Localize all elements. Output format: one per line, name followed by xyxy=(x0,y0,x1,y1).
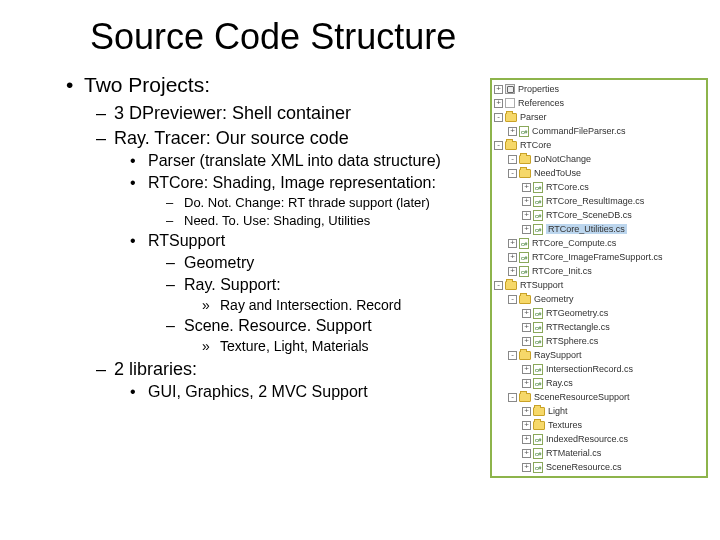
tree-node[interactable]: +Ray.cs xyxy=(494,376,704,390)
expand-icon[interactable]: + xyxy=(522,421,531,430)
cs-icon xyxy=(533,364,543,375)
outline-l1: •Two Projects: xyxy=(38,72,441,98)
tree-node[interactable]: +RTCamera.cs xyxy=(494,474,704,478)
collapse-icon[interactable]: - xyxy=(508,295,517,304)
expand-icon[interactable]: + xyxy=(522,379,531,388)
cs-icon xyxy=(519,476,529,479)
text: RTCore: Shading, Image representation: xyxy=(148,174,436,191)
outline-l4: –Need. To. Use: Shading, Utilities xyxy=(38,213,441,229)
folder-icon xyxy=(533,421,545,430)
tree-node-label: References xyxy=(518,98,564,108)
cs-icon xyxy=(533,322,543,333)
text: RTSupport xyxy=(148,232,225,249)
expand-icon[interactable]: + xyxy=(522,211,531,220)
expand-icon[interactable]: + xyxy=(522,435,531,444)
expand-icon[interactable]: + xyxy=(508,253,517,262)
expand-icon[interactable]: + xyxy=(494,85,503,94)
tree-node-label: RTCore_ImageFrameSupport.cs xyxy=(532,252,662,262)
expand-icon[interactable]: + xyxy=(508,267,517,276)
cs-icon xyxy=(533,462,543,473)
cs-icon xyxy=(533,196,543,207)
prop-icon xyxy=(505,84,515,94)
cs-icon xyxy=(533,182,543,193)
expand-icon[interactable]: + xyxy=(522,197,531,206)
outline-l3: •Parser (translate XML into data structu… xyxy=(38,151,441,171)
tree-node[interactable]: -Parser xyxy=(494,110,704,124)
tree-node[interactable]: -RTSupport xyxy=(494,278,704,292)
tree-node-label: RTCore_SceneDB.cs xyxy=(546,210,632,220)
cs-icon xyxy=(533,378,543,389)
tree-node[interactable]: +RTCore.cs xyxy=(494,180,704,194)
expand-icon[interactable]: + xyxy=(494,99,503,108)
folder-icon xyxy=(519,295,531,304)
text: GUI, Graphics, 2 MVC Support xyxy=(148,383,368,400)
tree-node-label: RTCore_Utilities.cs xyxy=(546,224,627,234)
collapse-icon[interactable]: - xyxy=(508,155,517,164)
text: Do. Not. Change: RT thrade support (late… xyxy=(184,195,430,210)
tree-node[interactable]: +RTCore_SceneDB.cs xyxy=(494,208,704,222)
tree-node[interactable]: +RTCore_ImageFrameSupport.cs xyxy=(494,250,704,264)
outline-l5: –Scene. Resource. Support xyxy=(38,316,441,336)
tree-node[interactable]: +IndexedResource.cs xyxy=(494,432,704,446)
collapse-icon[interactable]: - xyxy=(494,113,503,122)
folder-icon xyxy=(519,155,531,164)
expand-icon[interactable]: + xyxy=(522,463,531,472)
tree-node[interactable]: +Properties xyxy=(494,82,704,96)
expand-icon[interactable]: + xyxy=(522,323,531,332)
collapse-icon[interactable]: - xyxy=(494,141,503,150)
collapse-icon[interactable]: - xyxy=(494,281,503,290)
expand-icon[interactable]: + xyxy=(508,239,517,248)
text: 2 libraries: xyxy=(114,359,197,379)
outline-l5: –Geometry xyxy=(38,253,441,273)
tree-node-label: Light xyxy=(548,406,568,416)
tree-node-label: RTCore.cs xyxy=(546,182,589,192)
text: Scene. Resource. Support xyxy=(184,317,372,334)
tree-node[interactable]: +RTGeometry.cs xyxy=(494,306,704,320)
tree-node[interactable]: +RTCore_Compute.cs xyxy=(494,236,704,250)
tree-node[interactable]: +IntersectionRecord.cs xyxy=(494,362,704,376)
expand-icon[interactable]: + xyxy=(522,365,531,374)
folder-icon xyxy=(533,407,545,416)
tree-node[interactable]: -NeedToUse xyxy=(494,166,704,180)
cs-icon xyxy=(533,308,543,319)
folder-icon xyxy=(505,281,517,290)
expand-icon[interactable]: + xyxy=(508,477,517,479)
expand-icon[interactable]: + xyxy=(522,309,531,318)
collapse-icon[interactable]: - xyxy=(508,393,517,402)
expand-icon[interactable]: + xyxy=(522,337,531,346)
tree-node[interactable]: -RTCore xyxy=(494,138,704,152)
cs-icon xyxy=(533,336,543,347)
tree-node[interactable]: +RTMaterial.cs xyxy=(494,446,704,460)
cs-icon xyxy=(533,210,543,221)
tree-node[interactable]: +RTCore_Utilities.cs xyxy=(494,222,704,236)
folder-icon xyxy=(519,393,531,402)
expand-icon[interactable]: + xyxy=(522,225,531,234)
outline-l2: –Ray. Tracer: Our source code xyxy=(38,127,441,150)
tree-node[interactable]: +RTRectangle.cs xyxy=(494,320,704,334)
expand-icon[interactable]: + xyxy=(522,449,531,458)
tree-node[interactable]: +SceneResource.cs xyxy=(494,460,704,474)
tree-node[interactable]: +RTCore_Init.cs xyxy=(494,264,704,278)
slide-title: Source Code Structure xyxy=(0,0,720,68)
tree-node[interactable]: -RaySupport xyxy=(494,348,704,362)
tree-node[interactable]: +Light xyxy=(494,404,704,418)
tree-node-label: RTCore_Init.cs xyxy=(532,266,592,276)
tree-node[interactable]: +CommandFileParser.cs xyxy=(494,124,704,138)
tree-node-label: RTRectangle.cs xyxy=(546,322,610,332)
outline-l3: •RTSupport xyxy=(38,231,441,251)
tree-node[interactable]: -SceneResourceSupport xyxy=(494,390,704,404)
expand-icon[interactable]: + xyxy=(522,407,531,416)
tree-node[interactable]: +Textures xyxy=(494,418,704,432)
collapse-icon[interactable]: - xyxy=(508,351,517,360)
tree-node[interactable]: +RTCore_ResultImage.cs xyxy=(494,194,704,208)
expand-icon[interactable]: + xyxy=(508,127,517,136)
expand-icon[interactable]: + xyxy=(522,183,531,192)
tree-node[interactable]: -Geometry xyxy=(494,292,704,306)
collapse-icon[interactable]: - xyxy=(508,169,517,178)
tree-node[interactable]: +References xyxy=(494,96,704,110)
text: Ray and Intersection. Record xyxy=(220,297,401,313)
outline-l2: –2 libraries: xyxy=(38,358,441,381)
tree-node-label: Geometry xyxy=(534,294,574,304)
tree-node[interactable]: +RTSphere.cs xyxy=(494,334,704,348)
tree-node[interactable]: -DoNotChange xyxy=(494,152,704,166)
